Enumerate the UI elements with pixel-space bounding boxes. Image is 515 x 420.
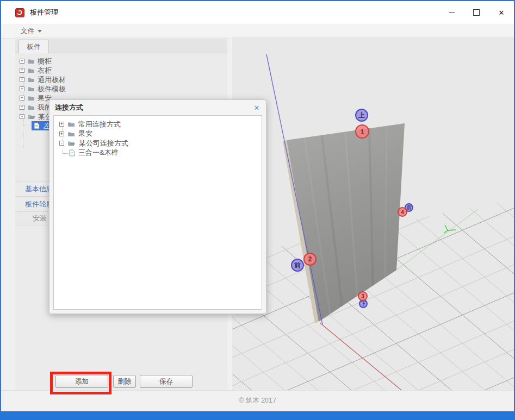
document-icon xyxy=(34,122,40,129)
expand-icon[interactable]: + xyxy=(20,59,24,64)
tree-item-cupboard[interactable]: + 橱柜 xyxy=(15,57,227,66)
tree-item-label: 某公司连接方式 xyxy=(79,139,128,148)
direction-marker-top[interactable]: 上 xyxy=(355,109,368,122)
window-bottom-border xyxy=(1,411,514,419)
tree-item-common-connections[interactable]: + 常用连接方式 xyxy=(54,120,262,129)
folder-icon xyxy=(67,121,75,127)
anchor-marker-2[interactable]: 2 xyxy=(303,253,317,266)
delete-button-label: 删除 xyxy=(118,377,132,386)
maximize-button[interactable] xyxy=(464,1,489,24)
folder-icon xyxy=(28,104,35,110)
tree-item-panel-templates[interactable]: + 板件模板 xyxy=(15,84,227,93)
expand-icon[interactable]: + xyxy=(20,105,24,110)
tab-panels[interactable]: 板件 xyxy=(18,40,49,53)
chevron-down-icon xyxy=(38,30,42,33)
folder-icon xyxy=(28,67,35,73)
footer: © 筑木 2017 xyxy=(1,390,514,411)
tree-item-label: 三合一&木榫 xyxy=(78,148,119,158)
titlebar: 板件管理 ✕ xyxy=(1,1,514,24)
folder-icon xyxy=(28,77,35,83)
save-button[interactable]: 保存 xyxy=(140,375,193,388)
minimize-icon xyxy=(449,12,455,13)
save-button-label: 保存 xyxy=(159,377,173,386)
tree-item-label: 果安 xyxy=(78,129,92,139)
action-buttons: 添加 删除 保存 xyxy=(15,375,227,389)
anchor-marker-1[interactable]: 1 xyxy=(355,124,369,139)
tree-guide xyxy=(63,153,70,154)
copyright-text: © 筑木 2017 xyxy=(239,396,276,405)
maximize-icon xyxy=(473,9,480,16)
open-folder-icon xyxy=(28,114,35,120)
add-button[interactable]: 添加 xyxy=(55,375,108,388)
folder-icon xyxy=(28,58,35,64)
app-window: 板件管理 ✕ 文件 板件 + 橱柜 + 衣柜 xyxy=(0,0,515,420)
file-menu[interactable]: 文件 xyxy=(21,27,42,36)
x-axis-red xyxy=(320,323,401,390)
close-button[interactable]: ✕ xyxy=(489,1,514,24)
expand-icon[interactable]: + xyxy=(20,77,24,82)
connection-method-dialog: 连接方式 ✕ + 常用连接方式 + 果安 - 某公司连接方式 xyxy=(49,99,266,314)
tab-label: 板件 xyxy=(27,42,41,52)
3d-scene xyxy=(232,37,514,390)
tree-item-guoan-connections[interactable]: + 果安 xyxy=(54,129,262,139)
close-icon: ✕ xyxy=(499,9,505,17)
section-label: 安装 xyxy=(33,214,47,223)
expand-icon[interactable]: + xyxy=(20,68,24,73)
tabstrip: 板件 xyxy=(15,39,227,53)
expand-icon[interactable]: + xyxy=(59,131,64,136)
collapse-icon[interactable]: - xyxy=(20,114,24,119)
add-button-label: 添加 xyxy=(75,377,89,386)
connection-tree: + 常用连接方式 + 果安 - 某公司连接方式 三合一&木榫 xyxy=(54,120,262,158)
expand-icon[interactable]: + xyxy=(59,122,64,127)
close-icon: ✕ xyxy=(254,104,260,112)
app-logo-icon xyxy=(15,8,24,17)
dialog-title: 连接方式 xyxy=(55,103,83,112)
tree-item-three-in-one[interactable]: 三合一&木榫 xyxy=(54,148,262,158)
tree-item-label: 衣柜 xyxy=(38,66,52,76)
dialog-close-button[interactable]: ✕ xyxy=(252,103,262,112)
collapse-icon[interactable]: - xyxy=(59,141,64,146)
axis-gizmo-icon xyxy=(444,225,456,233)
tree-guide xyxy=(23,126,30,126)
open-folder-icon xyxy=(67,140,76,146)
folder-icon xyxy=(28,95,35,101)
dialog-header: 连接方式 ✕ xyxy=(49,100,266,115)
menubar: 文件 xyxy=(1,24,514,39)
folder-icon xyxy=(28,86,35,92)
tree-item-label: 板件模板 xyxy=(38,84,66,94)
dialog-body: + 常用连接方式 + 果安 - 某公司连接方式 三合一&木榫 xyxy=(53,115,262,310)
anchor-marker-4[interactable]: 4 xyxy=(398,207,407,217)
expand-icon[interactable]: + xyxy=(20,86,24,91)
file-menu-label: 文件 xyxy=(21,27,34,36)
tree-item-label: 橱柜 xyxy=(38,57,52,66)
folder-icon xyxy=(67,131,75,137)
anchor-marker-3[interactable]: 3 xyxy=(358,291,368,301)
tree-item-wardrobe[interactable]: + 衣柜 xyxy=(15,66,227,75)
direction-marker-front[interactable]: 前 xyxy=(291,259,304,272)
tree-item-common-boards[interactable]: + 通用板材 xyxy=(15,75,227,84)
tree-item-company-connections[interactable]: - 某公司连接方式 xyxy=(54,139,262,148)
window-title: 板件管理 xyxy=(30,8,58,17)
minimize-button[interactable] xyxy=(439,1,464,24)
tree-item-label: 通用板材 xyxy=(38,75,66,85)
tree-item-label: 常用连接方式 xyxy=(78,120,121,129)
3d-viewport[interactable]: 上 1 前 2 后 4 下 3 xyxy=(232,37,514,390)
expand-icon[interactable]: + xyxy=(20,96,24,101)
delete-button[interactable]: 删除 xyxy=(113,375,136,388)
